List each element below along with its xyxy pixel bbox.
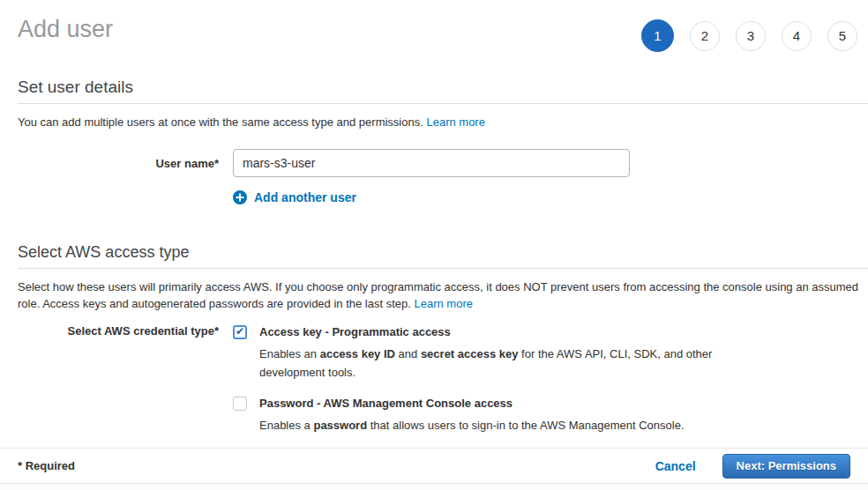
password-description: Enables a password that allows users to … [259, 416, 685, 434]
wizard-step-2[interactable]: 2 [690, 21, 720, 51]
desc-segment: password [313, 419, 367, 432]
footer-main: * Required Cancel Next: Permissions [0, 448, 868, 483]
desc-segment: Enables a [259, 419, 313, 432]
desc-segment: that allows users to sign-in to the AWS … [367, 419, 684, 432]
access-key-option: Access key - Programmatic access Enables… [233, 324, 731, 382]
password-checkbox[interactable] [233, 397, 247, 411]
required-note: * Required [18, 459, 75, 472]
username-input[interactable] [233, 149, 630, 177]
credential-type-label: Select AWS credential type* [18, 324, 219, 449]
footer-strip [0, 483, 868, 490]
username-label: User name* [18, 157, 219, 170]
access-type-section: Select AWS access type Select how these … [0, 243, 868, 449]
desc-segment: access key ID [320, 347, 395, 360]
next-permissions-button[interactable]: Next: Permissions [722, 454, 850, 479]
desc-segment: Enables an [259, 347, 320, 360]
access-type-heading: Select AWS access type [18, 243, 868, 262]
credential-options: Access key - Programmatic access Enables… [233, 324, 731, 449]
access-key-text: Access key - Programmatic access Enables… [259, 324, 731, 382]
user-details-learn-more-link[interactable]: Learn more [426, 115, 484, 129]
access-type-intro: Select how these users will primarily ac… [18, 278, 868, 312]
user-details-intro: You can add multiple users at once with … [18, 114, 868, 130]
section-divider [18, 103, 868, 104]
access-key-description: Enables an access key ID and secret acce… [259, 345, 731, 382]
user-details-heading: Set user details [18, 58, 868, 97]
password-title: Password - AWS Management Console access [259, 396, 685, 411]
add-another-user-button[interactable]: Add another user [233, 190, 868, 204]
wizard-step-4[interactable]: 4 [782, 21, 812, 51]
access-type-learn-more-link[interactable]: Learn more [415, 297, 473, 310]
wizard-steps: 1 2 3 4 5 [641, 19, 857, 52]
wizard-step-5[interactable]: 5 [827, 21, 857, 51]
page-header: Add user 1 2 3 4 5 [0, 0, 868, 58]
desc-segment: secret access key [421, 347, 519, 360]
password-text: Password - AWS Management Console access… [259, 396, 685, 434]
wizard-step-3[interactable]: 3 [736, 21, 766, 51]
wizard-footer: * Required Cancel Next: Permissions [0, 448, 868, 490]
access-key-checkbox[interactable] [233, 325, 247, 339]
desc-segment: and [395, 347, 421, 360]
plus-circle-icon [233, 190, 247, 204]
user-details-intro-text: You can add multiple users at once with … [18, 115, 423, 129]
user-details-section: Set user details You can add multiple us… [0, 58, 868, 204]
footer-actions: Cancel Next: Permissions [655, 454, 850, 479]
username-row: User name* [18, 149, 868, 177]
access-key-title: Access key - Programmatic access [259, 324, 731, 339]
cancel-button[interactable]: Cancel [655, 459, 696, 473]
page-title: Add user [18, 16, 113, 43]
password-option: Password - AWS Management Console access… [233, 396, 731, 434]
add-another-user-label: Add another user [254, 190, 356, 204]
section-divider [18, 268, 868, 269]
wizard-step-1[interactable]: 1 [641, 19, 674, 52]
credential-type-row: Select AWS credential type* Access key -… [18, 324, 868, 449]
add-user-wizard-page: Add user 1 2 3 4 5 Set user details You … [0, 0, 868, 490]
